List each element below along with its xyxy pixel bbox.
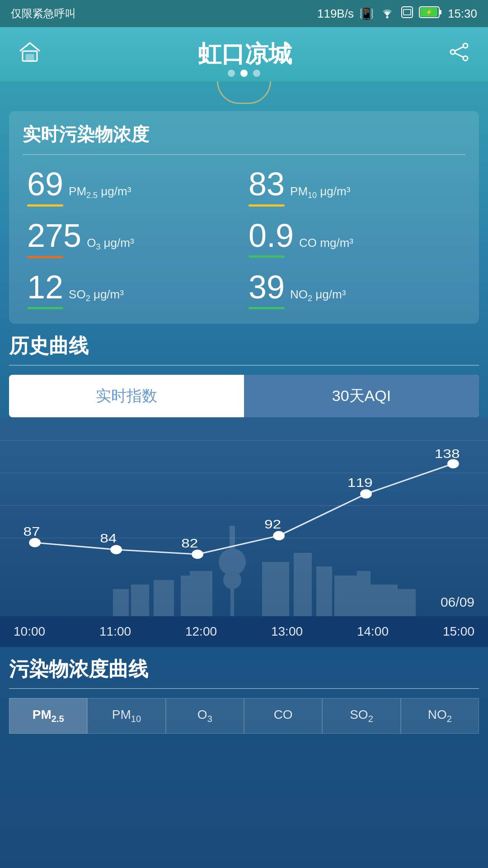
pm25-bar xyxy=(27,204,63,207)
no2-bar xyxy=(249,307,285,309)
o3-label: O3 μg/m³ xyxy=(87,236,134,252)
svg-rect-21 xyxy=(294,553,312,616)
pollutant-pm25: 69 PM2.5 μg/m³ xyxy=(23,164,244,210)
svg-point-16 xyxy=(223,571,241,589)
svg-point-0 xyxy=(386,16,388,18)
pm10-bar xyxy=(249,204,285,207)
circle-preview xyxy=(217,81,271,104)
tab-realtime[interactable]: 实时指数 xyxy=(9,375,244,417)
svg-rect-29 xyxy=(398,589,416,616)
time-axis: 10:00 11:00 12:00 13:00 14:00 15:00 xyxy=(0,616,488,647)
pm10-label: PM10 μg/m³ xyxy=(290,184,350,201)
status-right: 119B/s 📳 ⚡ 15:30 xyxy=(317,6,477,22)
tab-co[interactable]: CO xyxy=(244,698,322,734)
svg-rect-27 xyxy=(371,585,398,616)
svg-rect-22 xyxy=(316,566,332,616)
pollutant-tabs: PM2.5 PM10 O3 CO SO2 NO2 xyxy=(9,698,479,734)
time-1300: 13:00 xyxy=(271,624,303,639)
vibrate-icon: 📳 xyxy=(359,7,374,21)
pollutant-no2: 39 NO2 μg/m³ xyxy=(244,267,465,313)
svg-rect-24 xyxy=(131,585,149,616)
network-speed: 119B/s xyxy=(317,7,354,21)
svg-rect-19 xyxy=(181,576,192,616)
pollutant-co: 0.9 CO mg/m³ xyxy=(244,216,465,262)
tab-no2[interactable]: NO2 xyxy=(401,698,479,734)
so2-label: SO2 μg/m³ xyxy=(69,288,124,304)
dot-3 xyxy=(253,70,260,77)
o3-value: 275 xyxy=(27,219,81,252)
svg-rect-23 xyxy=(154,580,174,616)
wifi-icon xyxy=(379,6,395,22)
no2-value: 39 xyxy=(249,271,285,303)
no2-label: NO2 μg/m³ xyxy=(290,288,346,304)
tab-toggle: 实时指数 30天AQI xyxy=(9,375,479,417)
top-preview xyxy=(0,81,488,104)
svg-rect-20 xyxy=(262,562,289,616)
app-header: 虹口凉城 xyxy=(0,27,488,81)
label-119: 119 xyxy=(347,476,373,490)
tab-pm25[interactable]: PM2.5 xyxy=(9,698,87,734)
co-bar xyxy=(249,255,285,258)
history-title: 历史曲线 xyxy=(9,333,479,359)
chart-container: 87 84 82 92 119 138 06/09 xyxy=(0,417,488,616)
clock: 15:30 xyxy=(448,7,477,21)
pollutant-grid: 69 PM2.5 μg/m³ 83 PM10 μg/m³ 275 O3 μg/m… xyxy=(23,164,465,313)
chart-point-4 xyxy=(360,490,372,499)
pm25-value: 69 xyxy=(27,168,63,200)
tab-30day[interactable]: 30天AQI xyxy=(244,375,479,417)
page-title: 虹口凉城 xyxy=(42,38,448,70)
co-label: CO mg/m³ xyxy=(299,236,353,250)
pm10-value: 83 xyxy=(249,168,285,200)
time-1200: 12:00 xyxy=(185,624,217,639)
svg-line-12 xyxy=(455,47,464,51)
pm25-label: PM2.5 μg/m³ xyxy=(69,184,131,201)
svg-point-10 xyxy=(450,50,455,54)
time-1500: 15:00 xyxy=(443,624,474,639)
svg-rect-26 xyxy=(357,571,371,616)
time-1000: 10:00 xyxy=(14,624,45,639)
svg-text:⚡: ⚡ xyxy=(425,9,432,15)
status-emergency: 仅限紧急呼叫 xyxy=(11,6,76,21)
sim-icon xyxy=(401,6,413,22)
tab-so2[interactable]: SO2 xyxy=(322,698,400,734)
card-divider xyxy=(23,154,465,155)
svg-line-13 xyxy=(455,53,464,57)
svg-rect-18 xyxy=(190,571,212,616)
o3-bar xyxy=(27,256,63,258)
so2-bar xyxy=(27,307,63,309)
svg-rect-8 xyxy=(26,55,33,61)
svg-point-9 xyxy=(463,43,468,48)
pollutant-o3: 275 O3 μg/m³ xyxy=(23,216,244,262)
share-icon[interactable] xyxy=(448,41,470,68)
dot-1 xyxy=(228,70,235,77)
svg-rect-28 xyxy=(113,589,129,616)
history-divider xyxy=(9,365,479,366)
svg-rect-2 xyxy=(404,9,411,15)
svg-rect-25 xyxy=(334,576,357,616)
home-icon[interactable] xyxy=(18,41,42,68)
status-bar: 仅限紧急呼叫 119B/s 📳 ⚡ 15:30 xyxy=(0,0,488,27)
time-1100: 11:00 xyxy=(99,624,131,639)
tab-pm10[interactable]: PM10 xyxy=(87,698,165,734)
pollutant-so2: 12 SO2 μg/m³ xyxy=(23,267,244,313)
dot-2 xyxy=(240,70,248,77)
co-value: 0.9 xyxy=(249,219,294,252)
label-138: 138 xyxy=(435,448,460,461)
pollutant-pm10: 83 PM10 μg/m³ xyxy=(244,164,465,210)
so2-value: 12 xyxy=(27,271,63,303)
time-1400: 14:00 xyxy=(357,624,389,639)
chart-date: 06/09 xyxy=(441,594,474,610)
curve-divider xyxy=(9,688,479,689)
svg-rect-4 xyxy=(439,10,441,14)
history-section: 历史曲线 实时指数 30天AQI xyxy=(9,333,479,417)
svg-rect-17 xyxy=(230,526,235,553)
battery-icon: ⚡ xyxy=(419,6,442,21)
pollutant-curve-title: 污染物浓度曲线 xyxy=(9,656,479,683)
svg-point-11 xyxy=(463,56,468,61)
pollutant-curve-section: 污染物浓度曲线 PM2.5 PM10 O3 CO SO2 NO2 xyxy=(9,656,479,734)
pollution-card: 实时污染物浓度 69 PM2.5 μg/m³ 83 PM10 μg/m³ 275… xyxy=(9,111,479,324)
tab-o3[interactable]: O3 xyxy=(166,698,244,734)
pollution-title: 实时污染物浓度 xyxy=(23,122,465,147)
